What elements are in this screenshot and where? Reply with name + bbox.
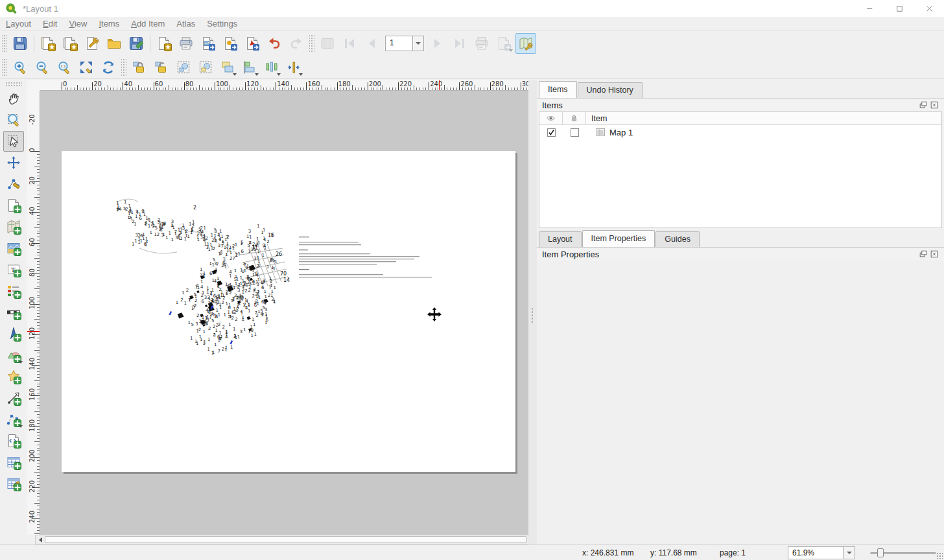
visibility-checkbox[interactable] xyxy=(547,128,556,137)
export-as-pdf-button[interactable] xyxy=(242,33,263,54)
svg-text:1: 1 xyxy=(223,312,226,318)
panel-splitter[interactable] xyxy=(528,80,537,544)
refresh-view-button[interactable] xyxy=(98,57,119,78)
export-as-svg-button[interactable] xyxy=(220,33,241,54)
atlas-page-value[interactable]: 1 xyxy=(385,36,412,51)
new-layout-button[interactable] xyxy=(38,33,58,54)
add-picture-tool-button[interactable] xyxy=(3,238,24,259)
raise-selected-items-button[interactable] xyxy=(217,57,238,78)
zoom-in-button[interactable] xyxy=(10,57,30,78)
zoom-full-button[interactable] xyxy=(76,57,97,78)
resize-selected-items-button[interactable] xyxy=(283,57,304,78)
add-attribute-table-tool-button[interactable] xyxy=(3,452,24,472)
add-shape-tool-button[interactable] xyxy=(3,345,24,366)
lock-checkbox[interactable] xyxy=(571,128,579,137)
layout-canvas[interactable]: 1116224411514136211113111231135111171132… xyxy=(40,91,528,535)
svg-text:1: 1 xyxy=(262,253,265,258)
add-marker-tool-button[interactable] xyxy=(3,366,24,387)
menu-layout[interactable]: Layout xyxy=(0,18,37,30)
add-items-from-template-button[interactable] xyxy=(104,33,124,54)
align-selected-items-button[interactable] xyxy=(239,57,260,78)
svg-text:1: 1 xyxy=(229,245,231,250)
move-item-content-tool-button[interactable] xyxy=(3,152,24,173)
duplicate-layout-button[interactable] xyxy=(60,33,80,54)
layout-manager-button[interactable] xyxy=(82,33,102,54)
add-node-item-tool-button[interactable] xyxy=(3,409,24,430)
horizontal-scrollbar[interactable] xyxy=(35,535,536,544)
svg-text:16: 16 xyxy=(268,233,274,239)
add-page-tool-button[interactable] xyxy=(3,195,24,216)
layout-page[interactable]: 1116224411514136211113111231135111171132… xyxy=(62,151,515,472)
menu-items[interactable]: Items xyxy=(93,18,125,30)
toolbar-grip[interactable] xyxy=(309,35,314,52)
save-project-button[interactable] xyxy=(10,33,30,54)
print-layout-button[interactable] xyxy=(176,33,196,54)
menu-atlas[interactable]: Atlas xyxy=(171,18,201,30)
group-items-button[interactable] xyxy=(173,57,194,78)
add-fixed-table-tool-button[interactable] xyxy=(3,473,24,494)
close-panel-icon[interactable] xyxy=(930,100,939,110)
svg-text:2: 2 xyxy=(216,323,218,328)
add-map-tool-button[interactable] xyxy=(3,216,24,237)
zoom-dropdown-button[interactable] xyxy=(843,546,855,559)
minimize-button[interactable] xyxy=(855,0,884,17)
last-feature-icon xyxy=(452,36,467,51)
tab-items[interactable]: Items xyxy=(539,81,577,98)
add-html-tool-button[interactable] xyxy=(3,430,24,451)
atlas-settings-button[interactable] xyxy=(515,33,536,54)
map-item-preview[interactable]: 1116224411514136211113111231135111171132… xyxy=(62,151,515,472)
zoom-out-button[interactable] xyxy=(32,57,53,78)
toolbar-grip[interactable] xyxy=(2,59,7,76)
menu-edit[interactable]: Edit xyxy=(37,18,63,30)
close-panel-icon[interactable] xyxy=(930,250,939,259)
toolbar-grip[interactable] xyxy=(5,82,22,87)
edit-nodes-item-tool-button[interactable] xyxy=(3,174,24,194)
atlas-page-dropdown-button[interactable] xyxy=(412,36,424,51)
toolbar-grip[interactable] xyxy=(2,35,7,52)
items-table-row[interactable]: Map 1 xyxy=(539,125,941,139)
zoom-level-combobox[interactable]: 61.9% xyxy=(788,546,855,559)
zoom-level-value[interactable]: 61.9% xyxy=(788,546,843,559)
float-panel-icon[interactable] xyxy=(919,100,928,110)
export-as-pdf-icon xyxy=(244,36,260,51)
save-as-template-button[interactable] xyxy=(126,33,147,54)
add-arrow-tool-button[interactable] xyxy=(3,388,24,408)
float-panel-icon[interactable] xyxy=(919,250,928,259)
cursor-position-marker xyxy=(27,331,40,332)
menu-settings[interactable]: Settings xyxy=(201,18,243,30)
ungroup-items-button[interactable] xyxy=(195,57,216,78)
pan-layout-tool-button[interactable] xyxy=(3,88,24,109)
close-button[interactable] xyxy=(914,0,944,17)
zoom-slider[interactable] xyxy=(865,546,938,559)
add-label-tool-button[interactable]: T xyxy=(3,259,24,280)
add-pages-button[interactable] xyxy=(154,33,174,54)
zoom-slider-handle[interactable] xyxy=(877,548,884,557)
toolbar-grip[interactable] xyxy=(121,59,126,76)
tab-layout[interactable]: Layout xyxy=(539,231,582,247)
maximize-button[interactable] xyxy=(884,0,914,17)
add-legend-tool-button[interactable] xyxy=(3,281,24,301)
select-move-item-tool-button[interactable] xyxy=(3,131,24,152)
unlock-all-items-button[interactable] xyxy=(151,57,172,78)
status-bar: x: 246.831 mm y: 117.68 mm page: 1 61.9% xyxy=(0,544,944,560)
svg-text:1: 1 xyxy=(233,334,236,339)
menu-add-item[interactable]: Add Item xyxy=(125,18,171,30)
atlas-page-combobox[interactable]: 1 xyxy=(385,36,424,51)
add-attribute-table-icon xyxy=(6,454,21,470)
add-north-arrow-tool-button[interactable] xyxy=(3,323,24,344)
undo-button[interactable] xyxy=(264,33,285,54)
add-scalebar-tool-button[interactable] xyxy=(3,302,24,323)
svg-text:1: 1 xyxy=(249,235,252,240)
zoom-actual-button[interactable]: 1:1 xyxy=(54,57,75,78)
distribute-selected-items-button[interactable] xyxy=(261,57,282,78)
zoom-tool-tool-button[interactable] xyxy=(3,110,24,130)
export-as-image-button[interactable] xyxy=(198,33,218,54)
window-resize-grip[interactable] xyxy=(936,552,943,559)
tab-guides[interactable]: Guides xyxy=(655,231,700,247)
tab-item-properties[interactable]: Item Properties xyxy=(582,230,655,247)
lock-selected-items-button[interactable] xyxy=(129,57,150,78)
tab-undo-history[interactable]: Undo History xyxy=(578,82,643,98)
menu-view[interactable]: View xyxy=(63,18,93,30)
scrollbar-thumb[interactable] xyxy=(45,536,526,543)
scroll-left-arrow-icon[interactable] xyxy=(36,535,45,544)
